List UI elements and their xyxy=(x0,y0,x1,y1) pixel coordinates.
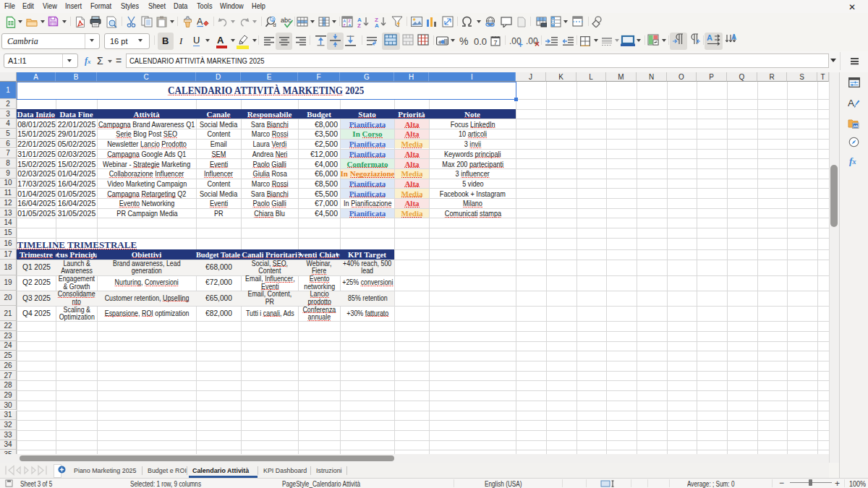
svg-text:d: d xyxy=(273,22,276,28)
svg-text:A: A xyxy=(707,33,712,42)
svg-text:7: 7 xyxy=(494,39,498,46)
svg-text:abc: abc xyxy=(281,17,292,24)
svg-text:A: A xyxy=(375,22,379,28)
svg-text:A: A xyxy=(349,23,352,27)
svg-text:A: A xyxy=(848,98,854,108)
svg-text:A: A xyxy=(731,33,736,41)
svg-text:A: A xyxy=(197,17,203,27)
svg-text:Z: Z xyxy=(357,22,361,28)
